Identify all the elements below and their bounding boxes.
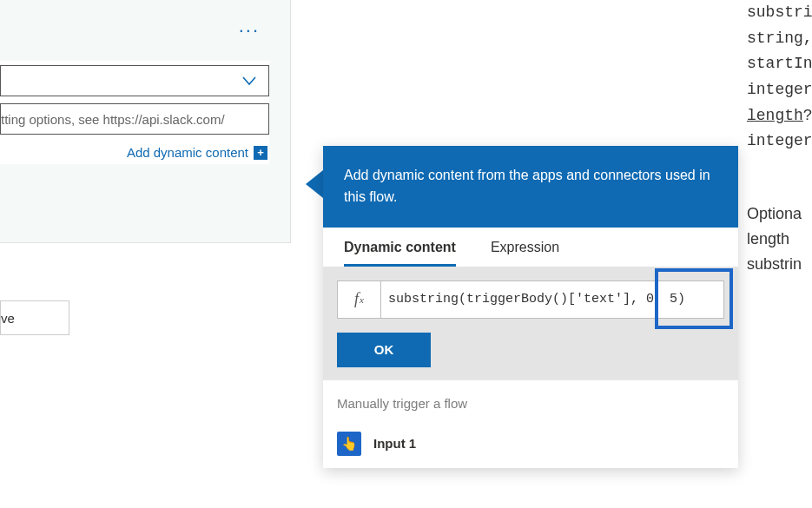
action-card: ··· tting options, see https://api.slack… xyxy=(0,0,291,243)
flyout-header: Add dynamic content from the apps and co… xyxy=(323,146,738,228)
plus-icon: + xyxy=(254,146,267,160)
doc-line: integer xyxy=(747,129,812,155)
expression-input[interactable]: substring(triggerBody()['text'], 0, 5) xyxy=(380,280,724,319)
ok-row: OK xyxy=(323,333,738,379)
doc-line: substri xyxy=(747,0,812,26)
touch-icon: 👆 xyxy=(337,432,361,456)
fx-icon: fx xyxy=(337,280,380,319)
ellipsis-menu[interactable]: ··· xyxy=(239,19,260,42)
flyout-tabbar: Dynamic content Expression xyxy=(323,228,738,267)
message-text-field[interactable]: tting options, see https://api.slack.com… xyxy=(0,103,269,135)
ok-button[interactable]: OK xyxy=(337,333,431,367)
doc-line: length xyxy=(747,227,812,252)
add-dynamic-content-link[interactable]: Add dynamic content + xyxy=(0,145,269,160)
function-description-doc: Optiona length substrin xyxy=(747,201,812,276)
add-dynamic-content-label: Add dynamic content xyxy=(127,145,248,160)
chevron-down-icon xyxy=(241,72,258,89)
field-placeholder: tting options, see https://api.slack.com… xyxy=(1,112,225,127)
trigger-section-title: Manually trigger a flow xyxy=(323,379,738,423)
dynamic-item-input1[interactable]: 👆 Input 1 xyxy=(323,423,738,468)
tab-expression[interactable]: Expression xyxy=(491,240,559,267)
save-button[interactable]: ve xyxy=(0,300,69,335)
form-area: tting options, see https://api.slack.com… xyxy=(0,61,269,164)
doc-line: Optiona xyxy=(747,201,812,227)
dynamic-content-flyout: Add dynamic content from the apps and co… xyxy=(323,146,738,468)
tab-dynamic-content[interactable]: Dynamic content xyxy=(344,240,456,267)
input1-label: Input 1 xyxy=(373,436,416,451)
channel-dropdown[interactable] xyxy=(0,65,269,96)
doc-line: integer xyxy=(747,77,812,103)
doc-line: substrin xyxy=(747,252,812,277)
expression-area: fx substring(triggerBody()['text'], 0, 5… xyxy=(323,267,738,333)
save-button-label: ve xyxy=(1,311,15,326)
flyout-pointer xyxy=(306,170,323,198)
doc-line: string, xyxy=(747,26,812,52)
function-signature-doc: substri string, startIn integer length? … xyxy=(747,0,812,155)
doc-line: startIn xyxy=(747,51,812,77)
doc-line: length? xyxy=(747,103,812,129)
expression-row: fx substring(triggerBody()['text'], 0, 5… xyxy=(337,280,724,319)
